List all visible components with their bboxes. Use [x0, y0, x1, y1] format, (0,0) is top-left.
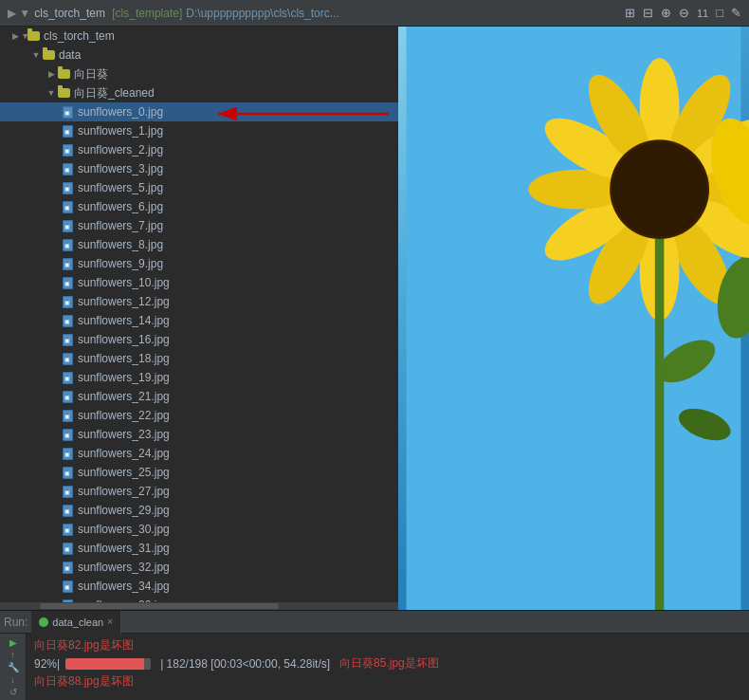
file-label: sunflowers_14.jpg — [78, 314, 170, 327]
down-button[interactable]: ↓ — [6, 674, 21, 685]
file-sunflowers-0[interactable]: sunflowers_0.jpg — [0, 102, 398, 121]
file-label: sunflowers_9.jpg — [78, 257, 163, 270]
grid4-icon[interactable]: ⊞ — [625, 6, 635, 20]
console-text-3: 向日葵88.jpg是坏图 — [34, 673, 134, 690]
file-sunflowers-7[interactable]: sunflowers_7.jpg — [0, 216, 398, 235]
file-tree-panel: ▶ ▼ cls_torch_tem ▼ data ▶ 向日 — [0, 27, 398, 610]
pen-icon[interactable]: ✎ — [731, 6, 741, 20]
sunflower-image — [398, 27, 749, 610]
rerun-button[interactable]: ↺ — [6, 687, 21, 697]
top-toolbar: ▶ ▼ cls_torch_tem [cls_template] D:\uppp… — [0, 0, 749, 27]
run-tab[interactable]: data_clean × — [31, 611, 121, 634]
progress-fill — [65, 658, 144, 670]
file-sunflowers-32[interactable]: sunflowers_32.jpg — [0, 558, 398, 577]
progress-bar — [65, 658, 151, 670]
tree-root[interactable]: ▶ ▼ cls_torch_tem — [0, 27, 398, 46]
file-label: sunflowers_27.jpg — [78, 485, 170, 498]
run-tab-label: data_clean — [52, 617, 103, 628]
file-sunflowers-8[interactable]: sunflowers_8.jpg — [0, 235, 398, 254]
file-sunflowers-34[interactable]: sunflowers_34.jpg — [0, 577, 398, 596]
file-sunflowers-14[interactable]: sunflowers_14.jpg — [0, 311, 398, 330]
file-sunflowers-5[interactable]: sunflowers_5.jpg — [0, 178, 398, 197]
file-sunflowers-21[interactable]: sunflowers_21.jpg — [0, 387, 398, 406]
file-sunflowers-29[interactable]: sunflowers_29.jpg — [0, 501, 398, 520]
file-sunflowers-10[interactable]: sunflowers_10.jpg — [0, 273, 398, 292]
folder-data[interactable]: ▼ data — [0, 46, 398, 64]
image-file-icon — [61, 504, 74, 517]
file-label: sunflowers_2.jpg — [78, 143, 163, 157]
file-label: sunflowers_16.jpg — [78, 333, 170, 346]
file-label: sunflowers_21.jpg — [78, 390, 170, 403]
file-sunflowers-2[interactable]: sunflowers_2.jpg — [0, 140, 398, 159]
sunflower-cleaned-folder-icon — [57, 86, 70, 100]
file-sunflowers-18[interactable]: sunflowers_18.jpg — [0, 349, 398, 368]
image-file-icon — [61, 561, 74, 574]
image-file-icon — [61, 523, 74, 536]
separator — [107, 7, 110, 20]
folder-sunflower[interactable]: ▶ 向日葵 — [0, 64, 398, 83]
horizontal-scrollbar[interactable] — [0, 602, 398, 610]
file-sunflowers-6[interactable]: sunflowers_6.jpg — [0, 197, 398, 216]
image-file-icon — [61, 238, 74, 251]
wrench-button[interactable]: 🔧 — [6, 662, 21, 672]
project-path: D:\upppppppppp\cls\cls_torc... — [186, 7, 338, 20]
file-sunflowers-9[interactable]: sunflowers_9.jpg — [0, 254, 398, 273]
plus-icon[interactable]: ⊕ — [661, 6, 671, 20]
nav-arrows[interactable]: ▶ ▼ — [8, 7, 30, 20]
file-label: sunflowers_30.jpg — [78, 523, 170, 536]
file-label: sunflowers_19.jpg — [78, 371, 170, 384]
file-label: sunflowers_32.jpg — [78, 561, 170, 574]
file-sunflowers-19[interactable]: sunflowers_19.jpg — [0, 368, 398, 387]
file-sunflowers-16[interactable]: sunflowers_16.jpg — [0, 330, 398, 349]
console-line-3: 向日葵88.jpg是坏图 — [34, 673, 741, 690]
progress-stats: | 182/198 [00:03<00:00, 54.28it/s] — [160, 657, 330, 671]
number-display: 11 — [697, 8, 708, 19]
file-label: sunflowers_7.jpg — [78, 219, 163, 232]
file-sunflowers-30[interactable]: sunflowers_30.jpg — [0, 520, 398, 539]
folder-sunflower-cleaned-label: 向日葵_cleaned — [74, 85, 155, 101]
file-sunflowers-24[interactable]: sunflowers_24.jpg — [0, 444, 398, 463]
file-sunflowers-23[interactable]: sunflowers_23.jpg — [0, 425, 398, 444]
file-sunflowers-1[interactable]: sunflowers_1.jpg — [0, 121, 398, 140]
data-folder-icon — [42, 48, 55, 62]
image-file-icon — [61, 428, 74, 441]
image-file-icon — [61, 485, 74, 498]
image-file-icon — [61, 580, 74, 593]
image-file-icon — [61, 447, 74, 460]
file-sunflowers-27[interactable]: sunflowers_27.jpg — [0, 482, 398, 501]
arrow-icon: ▼ — [30, 49, 42, 61]
file-sunflowers-3[interactable]: sunflowers_3.jpg — [0, 159, 398, 178]
file-sunflowers-25[interactable]: sunflowers_25.jpg — [0, 463, 398, 482]
arrow-icon: ▶ — [46, 68, 57, 80]
progress-percent: 92%| — [34, 657, 60, 671]
file-sunflowers-31[interactable]: sunflowers_31.jpg — [0, 539, 398, 558]
file-label: sunflowers_34.jpg — [78, 580, 170, 593]
image-file-icon — [61, 371, 74, 384]
file-label: sunflowers_6.jpg — [78, 200, 163, 213]
file-sunflowers-22[interactable]: sunflowers_22.jpg — [0, 406, 398, 425]
image-file-icon — [61, 200, 74, 213]
file-label: sunflowers_29.jpg — [78, 504, 170, 517]
file-tree: ▶ ▼ cls_torch_tem ▼ data ▶ 向日 — [0, 27, 398, 602]
file-label: sunflowers_0.jpg — [78, 105, 163, 119]
folder-data-label: data — [59, 48, 81, 62]
image-file-icon — [61, 162, 74, 175]
sunflower-svg — [398, 27, 749, 610]
up-button[interactable]: ↑ — [6, 650, 21, 660]
play-button[interactable]: ▶ — [6, 637, 21, 648]
close-tab-button[interactable]: × — [107, 617, 113, 627]
image-file-icon — [61, 276, 74, 289]
image-file-icon — [61, 181, 74, 194]
file-label: sunflowers_10.jpg — [78, 276, 170, 289]
scrollbar-thumb[interactable] — [40, 603, 279, 609]
file-sunflowers-36[interactable]: sunflowers_36.jpg — [0, 596, 398, 602]
file-sunflowers-12[interactable]: sunflowers_12.jpg — [0, 292, 398, 311]
folder-sunflower-cleaned[interactable]: ▼ 向日葵_cleaned — [0, 83, 398, 102]
sunflower-folder-icon — [57, 67, 70, 81]
console-line-1: 向日葵82.jpg是坏图 — [34, 637, 741, 654]
file-label: sunflowers_12.jpg — [78, 295, 170, 308]
image-file-icon — [61, 409, 74, 422]
grid6-icon[interactable]: ⊟ — [643, 6, 653, 20]
square-icon[interactable]: □ — [716, 6, 723, 20]
minus-icon[interactable]: ⊖ — [679, 6, 689, 20]
